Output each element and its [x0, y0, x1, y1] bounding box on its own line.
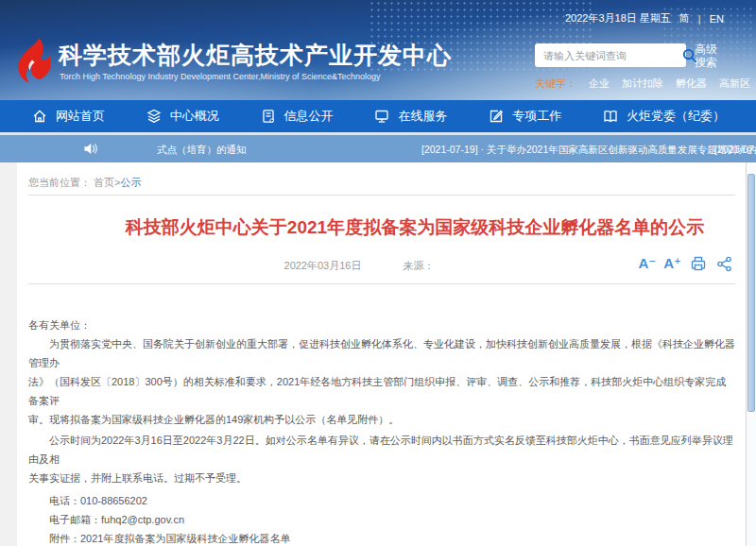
nav-item-special-projects[interactable]: 专项工作 — [488, 108, 561, 125]
publish-date: 2022年03月16日 — [284, 259, 362, 273]
advanced-search-link[interactable]: 高级 搜索 — [695, 43, 717, 69]
keyword-link[interactable]: 高新区 — [719, 77, 750, 91]
source-label: 来源： — [403, 259, 434, 273]
hot-keywords: 关键字： 企业 加计扣除 孵化器 高新区 大赛 — [535, 77, 756, 91]
keyword-link[interactable]: 企业 — [589, 77, 610, 91]
ticker-item[interactable]: [2021-07-19] · 关于举办2021年国家高新区创新驱动高质量发展专题… — [421, 144, 756, 157]
document-icon — [260, 108, 277, 125]
breadcrumb: 您当前位置： 首页>公示 — [28, 176, 142, 190]
speaker-icon — [83, 142, 98, 156]
article-toolbar: A⁻ A⁺ — [639, 253, 734, 274]
nav-label: 火炬党委（纪委） — [627, 108, 725, 125]
keyword-link[interactable]: 孵化器 — [676, 77, 707, 91]
lang-simplified-link[interactable]: 简 — [679, 11, 690, 26]
left-margin-strip — [0, 162, 17, 546]
torch-logo-icon[interactable] — [9, 36, 57, 89]
nav-item-online-services[interactable]: 在线服务 — [373, 108, 447, 125]
nav-item-party-committee[interactable]: 火炬党委（纪委） — [602, 108, 725, 125]
search-input[interactable] — [535, 50, 681, 61]
keywords-label: 关键字： — [535, 77, 576, 91]
lang-separator: | — [698, 13, 701, 25]
contact-phone: 电话：010-88656202 — [28, 491, 735, 510]
divider — [28, 283, 735, 284]
monitor-icon — [373, 108, 390, 125]
scrollbar-thumb[interactable] — [747, 174, 755, 412]
nav-item-about[interactable]: 中心概况 — [146, 108, 219, 125]
article-title: 科技部火炬中心关于2021年度拟备案为国家级科技企业孵化器名单的公示 — [28, 215, 735, 240]
ticker-item[interactable]: [2021-07-14] · 科技部关于举 — [714, 144, 756, 157]
scrollbar-track[interactable] — [746, 162, 756, 546]
nav-item-home[interactable]: 网站首页 — [31, 108, 105, 125]
divider — [28, 195, 735, 196]
attachment-link[interactable]: 附件：2021年度拟备案为国家级科技企业孵化器名单 — [28, 529, 735, 546]
site-subtitle-en: Torch High Technology Industry Developme… — [60, 72, 381, 81]
print-button[interactable] — [689, 254, 708, 273]
layers-icon — [146, 108, 163, 125]
site-banner: 2022年3月18日 星期五 简 | EN 科学技术部火炬高技术产业开发中心 T… — [0, 0, 756, 100]
nav-label: 信息公开 — [284, 108, 334, 125]
ticker-item[interactable]: 式点（培育）的通知 — [157, 144, 247, 157]
topbar: 2022年3月18日 星期五 简 | EN — [565, 11, 724, 26]
article-meta: 2022年03月16日 来源： — [28, 259, 690, 273]
font-increase-button[interactable]: A⁺ — [663, 253, 681, 274]
breadcrumb-label: 您当前位置： — [28, 177, 91, 188]
share-button[interactable] — [715, 255, 733, 273]
home-icon — [31, 108, 48, 125]
paragraph-1: 为贯彻落实党中央、国务院关于创新创业的重大部署，促进科技创业孵化体系化、专业化建… — [28, 334, 735, 429]
share-icon — [715, 255, 733, 273]
nav-label: 网站首页 — [56, 108, 105, 125]
font-decrease-button[interactable]: A⁻ — [639, 253, 657, 274]
lang-english-link[interactable]: EN — [710, 13, 724, 25]
keyword-link[interactable]: 加计扣除 — [622, 77, 663, 91]
salutation: 各有关单位： — [28, 316, 735, 334]
nav-item-info-disclosure[interactable]: 信息公开 — [260, 108, 334, 125]
nav-label: 中心概况 — [170, 108, 219, 125]
contact-email: 电子邮箱：fuhq2@ctp.gov.cn — [28, 510, 735, 529]
article-body: 各有关单位： 为贯彻落实党中央、国务院关于创新创业的重大部署，促进科技创业孵化体… — [28, 316, 735, 546]
breadcrumb-home-link[interactable]: 首页 — [94, 177, 114, 188]
pen-icon — [488, 108, 505, 125]
nav-label: 在线服务 — [398, 108, 447, 125]
site-title: 科学技术部火炬高技术产业开发中心 — [59, 40, 452, 71]
printer-icon — [689, 254, 708, 273]
paragraph-2: 公示时间为2022年3月16日至2022年3月22日。如对公示名单有异议，请在公… — [28, 431, 735, 487]
book-icon — [602, 108, 619, 125]
nav-label: 专项工作 — [512, 108, 561, 125]
search-box[interactable] — [535, 43, 686, 67]
main-nav: 网站首页 中心概况 信息公开 在线服务 专项工作 火炬党委（纪委） — [0, 100, 756, 132]
breadcrumb-current[interactable]: 公示 — [121, 177, 142, 188]
news-ticker: 式点（培育）的通知 [2021-07-19] · 关于举办2021年国家高新区创… — [0, 135, 756, 162]
current-date: 2022年3月18日 星期五 — [565, 11, 671, 26]
